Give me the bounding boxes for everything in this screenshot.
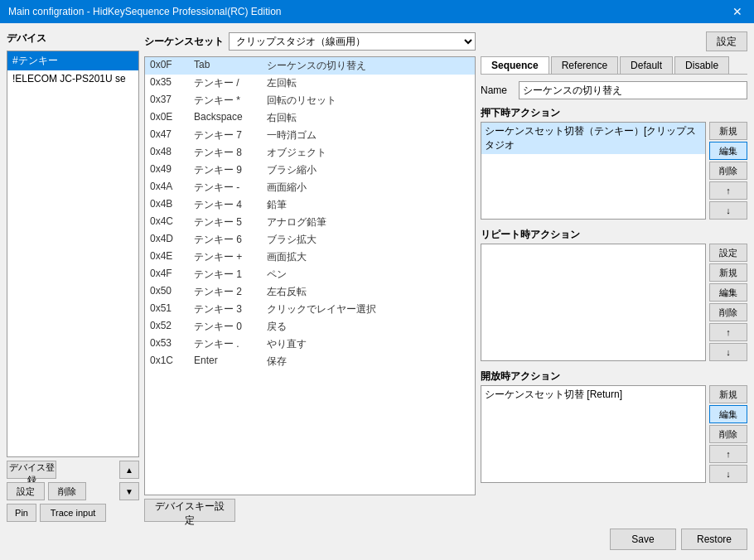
repeat-btn-↑[interactable]: ↑ xyxy=(709,323,747,341)
release-action-section: 開放時アクション シーケンスセット切替 [Return] 新規編集削除↑↓ xyxy=(481,369,747,483)
release-action-buttons: 新規編集削除↑↓ xyxy=(709,385,747,483)
seq-list-item[interactable]: 0x52テンキー 0戻る xyxy=(145,318,475,336)
press-action-list: シーケンスセット切替（テンキー）[クリップスタジオ xyxy=(481,122,706,220)
device-item[interactable]: !ELECOM JC-PS201U se xyxy=(7,70,138,87)
tabs-row: SequenceReferenceDefaultDisable xyxy=(481,56,747,75)
press-action-buttons: 新規編集削除↑↓ xyxy=(709,122,747,220)
main-container: デバイス #テンキー!ELECOM JC-PS201U se デバイス登録 ▲ … xyxy=(0,23,754,560)
save-button[interactable]: Save xyxy=(610,529,676,550)
seq-list-item[interactable]: 0x49テンキー 9ブラシ縮小 xyxy=(145,162,475,179)
tab-default[interactable]: Default xyxy=(620,56,673,74)
device-key-button[interactable]: デバイスキー設定 xyxy=(144,499,235,522)
seq-list-item[interactable]: 0x50テンキー 2左右反転 xyxy=(145,283,475,301)
repeat-btn-削除[interactable]: 削除 xyxy=(709,303,747,321)
pin-button[interactable]: Pin xyxy=(7,504,36,522)
press-btn-新規[interactable]: 新規 xyxy=(709,122,747,140)
repeat-action-content: 設定新規編集削除↑↓ xyxy=(481,244,747,361)
device-settings-delete: 設定 削除 xyxy=(7,482,116,500)
seq-list-item[interactable]: 0x48テンキー 8オブジェクト xyxy=(145,144,475,162)
trace-input-button[interactable]: Trace input xyxy=(40,504,106,522)
press-btn-削除[interactable]: 削除 xyxy=(709,162,747,180)
release-btn-↓[interactable]: ↓ xyxy=(709,465,747,483)
name-label: Name xyxy=(481,84,514,96)
repeat-action-buttons: 設定新規編集削除↑↓ xyxy=(709,244,747,361)
bottom-row: Save Restore xyxy=(7,525,747,553)
device-up-button[interactable]: ▲ xyxy=(119,461,139,479)
seq-list-item[interactable]: 0x4Dテンキー 6ブラシ拡大 xyxy=(145,231,475,249)
device-panel: デバイス #テンキー!ELECOM JC-PS201U se デバイス登録 ▲ … xyxy=(7,30,139,522)
sequence-set-select[interactable]: クリップスタジオ（線画用） xyxy=(229,32,476,51)
pin-trace-row: Pin Trace input xyxy=(7,504,139,522)
press-btn-↓[interactable]: ↓ xyxy=(709,201,747,220)
repeat-btn-編集[interactable]: 編集 xyxy=(709,283,747,302)
seq-list-item[interactable]: 0x35テンキー /左回転 xyxy=(145,75,475,92)
device-bottom-buttons: 設定 削除 ▼ xyxy=(7,482,139,500)
title-bar-text: Main configration - HidKeySequence Profe… xyxy=(8,6,282,17)
seq-list-item[interactable]: 0x4Eテンキー +画面拡大 xyxy=(145,249,475,266)
release-action-list: シーケンスセット切替 [Return] xyxy=(481,385,706,483)
device-buttons-left: デバイス登録 xyxy=(7,461,116,479)
device-item[interactable]: #テンキー xyxy=(7,51,138,70)
repeat-action-label: リピート時アクション xyxy=(481,228,747,242)
device-settings-button[interactable]: 設定 xyxy=(7,482,45,500)
seq-list-item[interactable]: 0x4Fテンキー 1ペン xyxy=(145,266,475,283)
seq-list-item[interactable]: 0x4Aテンキー -画面縮小 xyxy=(145,179,475,196)
repeat-btn-設定[interactable]: 設定 xyxy=(709,244,747,262)
device-delete-button[interactable]: 削除 xyxy=(48,482,86,500)
seq-list-item[interactable]: 0x51テンキー 3クリックでレイヤー選択 xyxy=(145,301,475,318)
seq-list-item[interactable]: 0x37テンキー *回転のリセット xyxy=(145,92,475,109)
sequence-header: シーケンスセット クリップスタジオ（線画用） xyxy=(144,30,476,53)
tab-sequence[interactable]: Sequence xyxy=(481,56,549,74)
right-panel: 設定 SequenceReferenceDefaultDisable Name … xyxy=(481,30,747,522)
device-down-button[interactable]: ▼ xyxy=(119,482,139,500)
repeat-btn-↓[interactable]: ↓ xyxy=(709,343,747,361)
sequence-panel: シーケンスセット クリップスタジオ（線画用） 0x0FTabシーケンスの切り替え… xyxy=(144,30,476,522)
content-area: デバイス #テンキー!ELECOM JC-PS201U se デバイス登録 ▲ … xyxy=(7,30,747,522)
release-btn-削除[interactable]: 削除 xyxy=(709,425,747,443)
seq-list-item[interactable]: 0x53テンキー .やり直す xyxy=(145,336,475,353)
repeat-btn-新規[interactable]: 新規 xyxy=(709,263,747,282)
seq-list-item[interactable]: 0x4Cテンキー 5アナログ鉛筆 xyxy=(145,214,475,231)
release-btn-編集[interactable]: 編集 xyxy=(709,405,747,423)
seq-list-item[interactable]: 0x1CEnter保存 xyxy=(145,353,475,370)
release-btn-↑[interactable]: ↑ xyxy=(709,445,747,463)
restore-button[interactable]: Restore xyxy=(681,529,747,550)
seq-list-item[interactable]: 0x0FTabシーケンスの切り替え xyxy=(145,57,475,75)
sequence-list: 0x0FTabシーケンスの切り替え0x35テンキー /左回転0x37テンキー *… xyxy=(144,56,476,495)
press-btn-↑[interactable]: ↑ xyxy=(709,181,747,200)
seq-list-item[interactable]: 0x47テンキー 7一時消ゴム xyxy=(145,127,475,144)
sequence-settings-button[interactable]: 設定 xyxy=(706,31,747,51)
repeat-action-section: リピート時アクション 設定新規編集削除↑↓ xyxy=(481,228,747,361)
name-row: Name xyxy=(481,81,747,99)
device-register-button[interactable]: デバイス登録 xyxy=(7,461,56,479)
seq-list-item[interactable]: 0x0EBackspace右回転 xyxy=(145,109,475,127)
name-input[interactable] xyxy=(519,81,747,99)
release-btn-新規[interactable]: 新規 xyxy=(709,385,747,403)
repeat-action-list xyxy=(481,244,706,361)
device-list: #テンキー!ELECOM JC-PS201U se xyxy=(7,51,139,457)
right-header: 設定 xyxy=(481,30,747,53)
device-buttons-row: デバイス登録 ▲ xyxy=(7,461,139,479)
sequence-set-label: シーケンスセット xyxy=(144,35,224,49)
tab-disable[interactable]: Disable xyxy=(674,56,729,74)
title-bar: Main configration - HidKeySequence Profe… xyxy=(0,0,754,23)
tab-reference[interactable]: Reference xyxy=(551,56,618,74)
release-action-content: シーケンスセット切替 [Return] 新規編集削除↑↓ xyxy=(481,385,747,483)
press-action-section: 押下時アクション シーケンスセット切替（テンキー）[クリップスタジオ 新規編集削… xyxy=(481,106,747,220)
close-icon[interactable]: ✕ xyxy=(729,5,746,18)
device-key-row: デバイスキー設定 xyxy=(144,499,476,522)
press-btn-編集[interactable]: 編集 xyxy=(709,142,747,160)
press-action-item[interactable]: シーケンスセット切替（テンキー）[クリップスタジオ xyxy=(481,123,705,154)
release-action-item[interactable]: シーケンスセット切替 [Return] xyxy=(481,386,705,403)
release-action-label: 開放時アクション xyxy=(481,369,747,384)
press-action-content: シーケンスセット切替（テンキー）[クリップスタジオ 新規編集削除↑↓ xyxy=(481,122,747,220)
device-panel-label: デバイス xyxy=(7,30,139,47)
seq-list-item[interactable]: 0x4Bテンキー 4鉛筆 xyxy=(145,196,475,214)
press-action-label: 押下時アクション xyxy=(481,106,747,120)
